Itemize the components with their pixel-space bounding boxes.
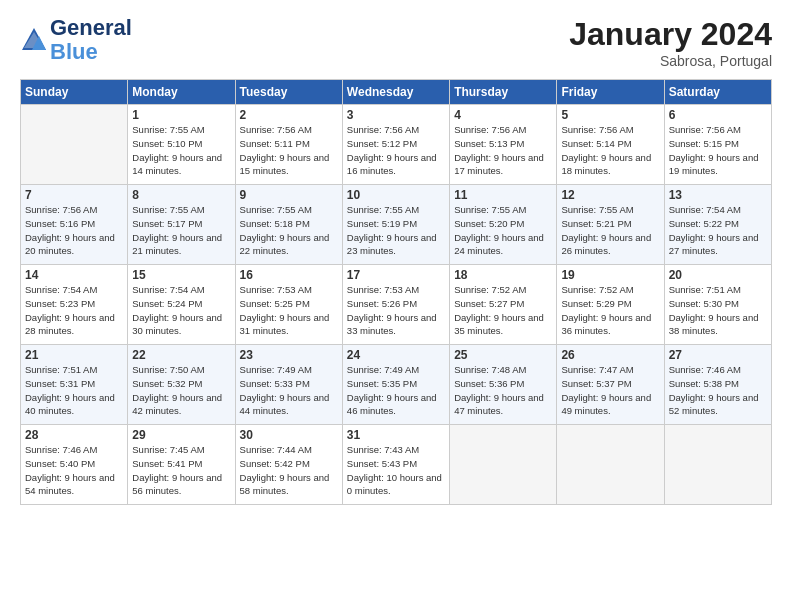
sunrise-label: Sunrise: 7:52 AM [561, 284, 633, 295]
sunrise-label: Sunrise: 7:55 AM [561, 204, 633, 215]
daylight-label: Daylight: 9 hours and 42 minutes. [132, 392, 222, 417]
day-number: 27 [669, 348, 767, 362]
calendar-cell: 20 Sunrise: 7:51 AM Sunset: 5:30 PM Dayl… [664, 265, 771, 345]
calendar-cell: 8 Sunrise: 7:55 AM Sunset: 5:17 PM Dayli… [128, 185, 235, 265]
calendar-cell: 22 Sunrise: 7:50 AM Sunset: 5:32 PM Dayl… [128, 345, 235, 425]
calendar-cell: 24 Sunrise: 7:49 AM Sunset: 5:35 PM Dayl… [342, 345, 449, 425]
calendar-cell: 23 Sunrise: 7:49 AM Sunset: 5:33 PM Dayl… [235, 345, 342, 425]
sunset-label: Sunset: 5:35 PM [347, 378, 417, 389]
day-info: Sunrise: 7:56 AM Sunset: 5:13 PM Dayligh… [454, 123, 552, 178]
col-header-tuesday: Tuesday [235, 80, 342, 105]
sunrise-label: Sunrise: 7:49 AM [347, 364, 419, 375]
calendar-cell: 11 Sunrise: 7:55 AM Sunset: 5:20 PM Dayl… [450, 185, 557, 265]
calendar-cell: 30 Sunrise: 7:44 AM Sunset: 5:42 PM Dayl… [235, 425, 342, 505]
calendar-cell: 19 Sunrise: 7:52 AM Sunset: 5:29 PM Dayl… [557, 265, 664, 345]
header: GeneralBlue January 2024 Sabrosa, Portug… [20, 16, 772, 69]
calendar-cell: 18 Sunrise: 7:52 AM Sunset: 5:27 PM Dayl… [450, 265, 557, 345]
sunset-label: Sunset: 5:13 PM [454, 138, 524, 149]
day-number: 7 [25, 188, 123, 202]
calendar-cell: 26 Sunrise: 7:47 AM Sunset: 5:37 PM Dayl… [557, 345, 664, 425]
day-info: Sunrise: 7:56 AM Sunset: 5:11 PM Dayligh… [240, 123, 338, 178]
calendar-header-row: SundayMondayTuesdayWednesdayThursdayFrid… [21, 80, 772, 105]
sunset-label: Sunset: 5:29 PM [561, 298, 631, 309]
day-number: 18 [454, 268, 552, 282]
day-info: Sunrise: 7:47 AM Sunset: 5:37 PM Dayligh… [561, 363, 659, 418]
calendar-week-row: 7 Sunrise: 7:56 AM Sunset: 5:16 PM Dayli… [21, 185, 772, 265]
day-number: 21 [25, 348, 123, 362]
daylight-label: Daylight: 9 hours and 58 minutes. [240, 472, 330, 497]
day-info: Sunrise: 7:55 AM Sunset: 5:21 PM Dayligh… [561, 203, 659, 258]
day-info: Sunrise: 7:55 AM Sunset: 5:10 PM Dayligh… [132, 123, 230, 178]
calendar-cell: 25 Sunrise: 7:48 AM Sunset: 5:36 PM Dayl… [450, 345, 557, 425]
sunrise-label: Sunrise: 7:55 AM [454, 204, 526, 215]
day-number: 29 [132, 428, 230, 442]
sunrise-label: Sunrise: 7:50 AM [132, 364, 204, 375]
calendar-cell: 2 Sunrise: 7:56 AM Sunset: 5:11 PM Dayli… [235, 105, 342, 185]
day-number: 16 [240, 268, 338, 282]
daylight-label: Daylight: 9 hours and 17 minutes. [454, 152, 544, 177]
day-info: Sunrise: 7:51 AM Sunset: 5:31 PM Dayligh… [25, 363, 123, 418]
sunrise-label: Sunrise: 7:55 AM [240, 204, 312, 215]
day-info: Sunrise: 7:54 AM Sunset: 5:22 PM Dayligh… [669, 203, 767, 258]
sunrise-label: Sunrise: 7:53 AM [347, 284, 419, 295]
calendar-cell [21, 105, 128, 185]
sunset-label: Sunset: 5:18 PM [240, 218, 310, 229]
sunset-label: Sunset: 5:43 PM [347, 458, 417, 469]
day-info: Sunrise: 7:50 AM Sunset: 5:32 PM Dayligh… [132, 363, 230, 418]
daylight-label: Daylight: 9 hours and 27 minutes. [669, 232, 759, 257]
calendar-cell: 31 Sunrise: 7:43 AM Sunset: 5:43 PM Dayl… [342, 425, 449, 505]
calendar-cell: 28 Sunrise: 7:46 AM Sunset: 5:40 PM Dayl… [21, 425, 128, 505]
col-header-friday: Friday [557, 80, 664, 105]
sunrise-label: Sunrise: 7:53 AM [240, 284, 312, 295]
calendar-cell: 21 Sunrise: 7:51 AM Sunset: 5:31 PM Dayl… [21, 345, 128, 425]
sunset-label: Sunset: 5:15 PM [669, 138, 739, 149]
day-number: 30 [240, 428, 338, 442]
daylight-label: Daylight: 9 hours and 14 minutes. [132, 152, 222, 177]
daylight-label: Daylight: 9 hours and 23 minutes. [347, 232, 437, 257]
sunrise-label: Sunrise: 7:54 AM [132, 284, 204, 295]
day-number: 9 [240, 188, 338, 202]
daylight-label: Daylight: 9 hours and 16 minutes. [347, 152, 437, 177]
daylight-label: Daylight: 9 hours and 30 minutes. [132, 312, 222, 337]
calendar-cell: 17 Sunrise: 7:53 AM Sunset: 5:26 PM Dayl… [342, 265, 449, 345]
day-number: 20 [669, 268, 767, 282]
day-number: 31 [347, 428, 445, 442]
sunset-label: Sunset: 5:36 PM [454, 378, 524, 389]
day-info: Sunrise: 7:54 AM Sunset: 5:23 PM Dayligh… [25, 283, 123, 338]
daylight-label: Daylight: 9 hours and 15 minutes. [240, 152, 330, 177]
daylight-label: Daylight: 9 hours and 19 minutes. [669, 152, 759, 177]
title-block: January 2024 Sabrosa, Portugal [569, 16, 772, 69]
col-header-saturday: Saturday [664, 80, 771, 105]
day-info: Sunrise: 7:52 AM Sunset: 5:29 PM Dayligh… [561, 283, 659, 338]
sunset-label: Sunset: 5:38 PM [669, 378, 739, 389]
day-number: 8 [132, 188, 230, 202]
daylight-label: Daylight: 9 hours and 33 minutes. [347, 312, 437, 337]
calendar-cell: 3 Sunrise: 7:56 AM Sunset: 5:12 PM Dayli… [342, 105, 449, 185]
col-header-thursday: Thursday [450, 80, 557, 105]
sunset-label: Sunset: 5:16 PM [25, 218, 95, 229]
sunrise-label: Sunrise: 7:46 AM [669, 364, 741, 375]
day-number: 4 [454, 108, 552, 122]
sunset-label: Sunset: 5:12 PM [347, 138, 417, 149]
day-number: 23 [240, 348, 338, 362]
sunset-label: Sunset: 5:24 PM [132, 298, 202, 309]
daylight-label: Daylight: 9 hours and 24 minutes. [454, 232, 544, 257]
sunset-label: Sunset: 5:42 PM [240, 458, 310, 469]
day-number: 15 [132, 268, 230, 282]
sunset-label: Sunset: 5:25 PM [240, 298, 310, 309]
day-info: Sunrise: 7:43 AM Sunset: 5:43 PM Dayligh… [347, 443, 445, 498]
day-info: Sunrise: 7:55 AM Sunset: 5:17 PM Dayligh… [132, 203, 230, 258]
calendar-cell: 1 Sunrise: 7:55 AM Sunset: 5:10 PM Dayli… [128, 105, 235, 185]
daylight-label: Daylight: 9 hours and 49 minutes. [561, 392, 651, 417]
sunrise-label: Sunrise: 7:54 AM [669, 204, 741, 215]
daylight-label: Daylight: 9 hours and 44 minutes. [240, 392, 330, 417]
logo: GeneralBlue [20, 16, 132, 64]
col-header-sunday: Sunday [21, 80, 128, 105]
daylight-label: Daylight: 9 hours and 46 minutes. [347, 392, 437, 417]
day-number: 13 [669, 188, 767, 202]
daylight-label: Daylight: 9 hours and 22 minutes. [240, 232, 330, 257]
calendar-week-row: 14 Sunrise: 7:54 AM Sunset: 5:23 PM Dayl… [21, 265, 772, 345]
sunrise-label: Sunrise: 7:52 AM [454, 284, 526, 295]
sunrise-label: Sunrise: 7:43 AM [347, 444, 419, 455]
sunset-label: Sunset: 5:32 PM [132, 378, 202, 389]
